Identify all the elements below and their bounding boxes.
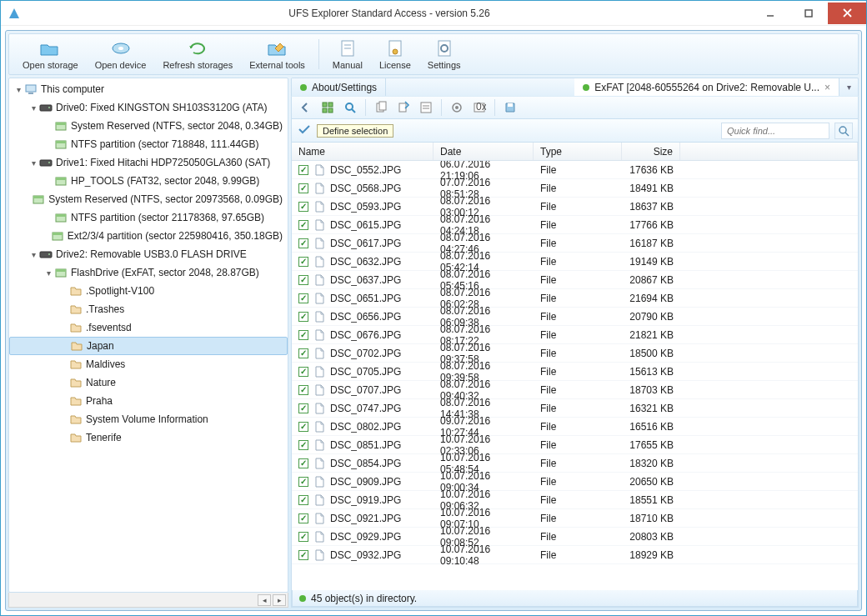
scroll-left-button[interactable]: ◂ bbox=[258, 594, 271, 606]
file-row[interactable]: ✓DSC_0705.JPG 08.07.2016 09:39:58 File 1… bbox=[292, 363, 858, 381]
file-row[interactable]: ✓DSC_0651.JPG 08.07.2016 06:02:28 File 2… bbox=[292, 289, 858, 308]
tabs-overflow-button[interactable]: ▾ bbox=[839, 78, 858, 96]
tree-h-scrollbar[interactable]: ◂ ▸ bbox=[8, 593, 288, 608]
file-row[interactable]: ✓DSC_0637.JPG 08.07.2016 05:45:16 File 2… bbox=[292, 271, 858, 289]
scroll-right-button[interactable]: ▸ bbox=[273, 594, 286, 606]
tree-node[interactable]: .fseventsd bbox=[9, 318, 288, 337]
col-type[interactable]: Type bbox=[534, 143, 622, 160]
select-all-button[interactable] bbox=[318, 98, 338, 117]
minimize-button[interactable] bbox=[751, 3, 789, 24]
close-button[interactable] bbox=[828, 3, 866, 24]
file-row[interactable]: ✓DSC_0909.JPG 10.07.2016 09:00:34 File 2… bbox=[292, 473, 858, 491]
copy-button[interactable] bbox=[371, 98, 391, 117]
checkbox-icon[interactable]: ✓ bbox=[298, 348, 308, 358]
tree-node[interactable]: NTFS partition (sector 21178368, 97.65GB… bbox=[9, 208, 288, 227]
checkbox-icon[interactable]: ✓ bbox=[298, 403, 308, 413]
maximize-button[interactable] bbox=[789, 3, 828, 24]
file-row[interactable]: ✓DSC_0851.JPG 10.07.2016 02:33:06 File 1… bbox=[292, 436, 858, 454]
license-button[interactable]: License bbox=[371, 36, 419, 73]
properties-button[interactable] bbox=[416, 98, 436, 117]
checkbox-icon[interactable]: ✓ bbox=[298, 220, 308, 230]
quick-find-button[interactable] bbox=[834, 123, 853, 139]
file-grid[interactable]: ✓DSC_0552.JPG 06.07.2016 21:19:06 File 1… bbox=[292, 161, 858, 590]
tree-node[interactable]: NTFS partition (sector 718848, 111.44GB) bbox=[9, 135, 288, 153]
storage-tree[interactable]: ▾ This computer ▾ Drive0: Fixed KINGSTON… bbox=[8, 78, 288, 593]
expander-icon[interactable]: ▾ bbox=[28, 250, 39, 259]
tree-node[interactable]: Nature bbox=[9, 373, 288, 392]
file-row[interactable]: ✓DSC_0593.JPG 08.07.2016 03:00:12 File 1… bbox=[292, 198, 858, 216]
tab-about-settings[interactable]: About/Settings bbox=[292, 78, 386, 96]
checkbox-icon[interactable]: ✓ bbox=[298, 440, 308, 450]
checkbox-icon[interactable]: ✓ bbox=[298, 550, 308, 560]
file-row[interactable]: ✓DSC_0929.JPG 10.07.2016 09:08:52 File 2… bbox=[292, 528, 858, 546]
col-name[interactable]: Name bbox=[292, 143, 434, 160]
view-button[interactable] bbox=[447, 98, 467, 117]
checkbox-icon[interactable]: ✓ bbox=[298, 183, 308, 193]
checkbox-icon[interactable]: ✓ bbox=[298, 257, 308, 267]
tree-node[interactable]: ▾ Drive0: Fixed KINGSTON SH103S3120G (AT… bbox=[9, 98, 288, 117]
checkbox-icon[interactable]: ✓ bbox=[298, 275, 308, 285]
file-row[interactable]: ✓DSC_0702.JPG 08.07.2016 09:37:58 File 1… bbox=[292, 344, 858, 363]
file-row[interactable]: ✓DSC_0802.JPG 09.07.2016 10:27:44 File 1… bbox=[292, 418, 858, 436]
checkbox-icon[interactable]: ✓ bbox=[298, 367, 308, 377]
tab-exfat[interactable]: ExFAT [2048-60555264 on Drive2: Removabl… bbox=[574, 78, 839, 96]
manual-button[interactable]: Manual bbox=[324, 36, 371, 73]
tree-node[interactable]: .Trashes bbox=[9, 300, 288, 318]
copy-to-button[interactable] bbox=[393, 98, 413, 117]
file-row[interactable]: ✓DSC_0617.JPG 08.07.2016 04:27:46 File 1… bbox=[292, 234, 858, 253]
file-row[interactable]: ✓DSC_0568.JPG 07.07.2016 08:51:28 File 1… bbox=[292, 179, 858, 198]
tree-node[interactable]: Japan bbox=[9, 337, 288, 355]
file-row[interactable]: ✓DSC_0921.JPG 10.07.2016 09:07:10 File 1… bbox=[292, 509, 858, 528]
tree-node[interactable]: ▾ Drive1: Fixed Hitachi HDP725050GLA360 … bbox=[9, 153, 288, 172]
checkbox-icon[interactable]: ✓ bbox=[298, 202, 308, 212]
checkbox-icon[interactable]: ✓ bbox=[298, 293, 308, 303]
file-row[interactable]: ✓DSC_0707.JPG 08.07.2016 09:40:32 File 1… bbox=[292, 381, 858, 399]
back-button[interactable] bbox=[295, 98, 315, 117]
tree-node[interactable]: Ext2/3/4 partition (sector 225980416, 35… bbox=[9, 227, 288, 245]
tree-node[interactable]: System Reserved (NTFS, sector 2048, 0.34… bbox=[9, 117, 288, 135]
checkbox-icon[interactable]: ✓ bbox=[298, 458, 308, 468]
expander-icon[interactable]: ▾ bbox=[28, 158, 39, 168]
checkbox-icon[interactable]: ✓ bbox=[298, 385, 308, 395]
quick-find-input[interactable] bbox=[721, 123, 829, 139]
tree-node[interactable]: Maldives bbox=[9, 355, 288, 373]
hex-button[interactable]: 0x bbox=[469, 98, 489, 117]
tree-node[interactable]: .Spotlight-V100 bbox=[9, 282, 288, 300]
tree-node[interactable]: System Volume Information bbox=[9, 410, 288, 428]
file-row[interactable]: ✓DSC_0854.JPG 10.07.2016 05:48:54 File 1… bbox=[292, 454, 858, 473]
file-row[interactable]: ✓DSC_0552.JPG 06.07.2016 21:19:06 File 1… bbox=[292, 161, 858, 179]
file-row[interactable]: ✓DSC_0615.JPG 08.07.2016 04:24:18 File 1… bbox=[292, 216, 858, 234]
file-row[interactable]: ✓DSC_0656.JPG 08.07.2016 06:09:38 File 2… bbox=[292, 308, 858, 326]
tree-node[interactable]: Praha bbox=[9, 392, 288, 410]
file-row[interactable]: ✓DSC_0919.JPG 10.07.2016 09:06:32 File 1… bbox=[292, 491, 858, 509]
file-row[interactable]: ✓DSC_0932.JPG 10.07.2016 09:10:48 File 1… bbox=[292, 546, 858, 564]
expander-icon[interactable]: ▾ bbox=[43, 268, 54, 278]
checkbox-icon[interactable]: ✓ bbox=[298, 422, 308, 432]
save-button[interactable] bbox=[500, 98, 520, 117]
checkbox-icon[interactable]: ✓ bbox=[298, 165, 308, 175]
refresh-storages-button[interactable]: Refresh storages bbox=[154, 36, 241, 73]
tab-close-icon[interactable]: × bbox=[824, 82, 830, 93]
tree-node[interactable]: ▾ Drive2: Removable USB3.0 FLASH DRIVE bbox=[9, 245, 288, 263]
col-size[interactable]: Size bbox=[622, 143, 680, 160]
file-row[interactable]: ✓DSC_0747.JPG 08.07.2016 14:41:38 File 1… bbox=[292, 399, 858, 418]
checkbox-icon[interactable]: ✓ bbox=[298, 532, 308, 542]
expander-icon[interactable]: ▾ bbox=[28, 103, 39, 113]
expander-icon[interactable]: ▾ bbox=[13, 85, 24, 94]
find-button[interactable] bbox=[340, 98, 360, 117]
settings-button[interactable]: Settings bbox=[419, 36, 469, 73]
col-date[interactable]: Date bbox=[434, 143, 534, 160]
checkbox-icon[interactable]: ✓ bbox=[298, 330, 308, 340]
external-tools-button[interactable]: External tools bbox=[241, 36, 313, 73]
file-row[interactable]: ✓DSC_0676.JPG 08.07.2016 08:17:22 File 2… bbox=[292, 326, 858, 344]
checkbox-icon[interactable]: ✓ bbox=[298, 477, 308, 487]
tree-node[interactable]: System Reserved (NTFS, sector 20973568, … bbox=[9, 190, 288, 208]
tree-node[interactable]: ▾ FlashDrive (ExFAT, sector 2048, 28.87G… bbox=[9, 263, 288, 282]
checkbox-icon[interactable]: ✓ bbox=[298, 312, 308, 322]
tree-node[interactable]: Tenerife bbox=[9, 428, 288, 447]
checkbox-icon[interactable]: ✓ bbox=[298, 238, 308, 248]
tree-node[interactable]: HP_TOOLS (FAT32, sector 2048, 9.99GB) bbox=[9, 172, 288, 190]
open-device-button[interactable]: Open device bbox=[87, 36, 155, 73]
checkbox-icon[interactable]: ✓ bbox=[298, 513, 308, 523]
tree-node[interactable]: ▾ This computer bbox=[9, 80, 288, 98]
